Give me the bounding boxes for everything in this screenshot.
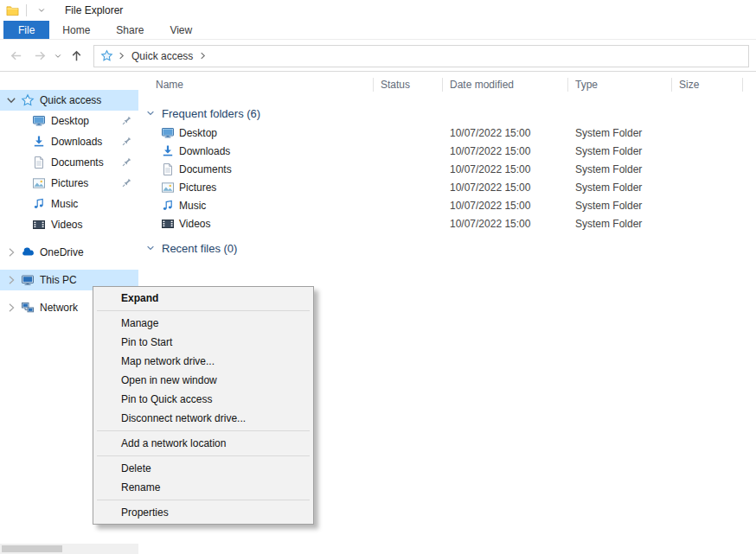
menu-item-add-a-network-location[interactable]: Add a network location xyxy=(95,434,311,453)
file-date-modified-cell: 10/07/2022 15:00 xyxy=(443,145,568,157)
menu-separator xyxy=(97,455,310,456)
video-icon xyxy=(161,217,175,231)
pin-icon xyxy=(121,115,132,126)
file-date-modified-cell: 10/07/2022 15:00 xyxy=(443,127,568,139)
column-header-type[interactable]: Type xyxy=(568,72,672,98)
file-name: Music xyxy=(179,200,206,212)
file-name-cell: Documents xyxy=(149,162,374,176)
menu-item-properties[interactable]: Properties xyxy=(95,503,311,522)
forward-button[interactable] xyxy=(28,44,52,68)
file-date-modified-cell: 10/07/2022 15:00 xyxy=(443,181,568,194)
chevron-down-icon[interactable] xyxy=(4,93,18,107)
music-icon xyxy=(161,199,175,213)
breadcrumb-chevron-icon[interactable] xyxy=(118,50,125,61)
sidebar-item-label: Music xyxy=(51,198,78,210)
file-row-documents[interactable]: Documents10/07/2022 15:00System Folder xyxy=(138,160,756,178)
ribbon-tab-file[interactable]: File xyxy=(3,21,49,39)
menu-item-pin-to-quick-access[interactable]: Pin to Quick access xyxy=(95,390,311,409)
chevron-down-icon xyxy=(145,243,156,253)
file-name: Desktop xyxy=(179,127,217,139)
sidebar-item-videos[interactable]: Videos xyxy=(0,214,138,235)
menu-item-delete[interactable]: Delete xyxy=(95,459,311,478)
column-header-size[interactable]: Size xyxy=(672,72,743,98)
column-header-status[interactable]: Status xyxy=(374,72,443,98)
menu-item-rename[interactable]: Rename xyxy=(95,478,311,497)
sidebar-item-label: Desktop xyxy=(51,115,89,127)
network-icon xyxy=(21,301,35,315)
menu-item-open-in-new-window[interactable]: Open in new window xyxy=(95,371,311,390)
sidebar-scrollbar[interactable] xyxy=(0,544,138,554)
file-date-modified-cell: 10/07/2022 15:00 xyxy=(443,163,568,175)
ribbon-tab-home[interactable]: Home xyxy=(49,21,103,39)
sidebar-item-music[interactable]: Music xyxy=(0,194,138,214)
chevron-right-icon[interactable] xyxy=(4,273,18,287)
sidebar-item-documents[interactable]: Documents xyxy=(0,152,138,173)
chevron-down-icon xyxy=(54,52,62,60)
quick-access-toolbar-chevron-down-icon[interactable] xyxy=(37,6,46,15)
sidebar-item-label: Videos xyxy=(51,219,82,231)
file-name-cell: Pictures xyxy=(149,181,374,194)
star-icon xyxy=(21,93,35,107)
group-header-frequent-folders-6[interactable]: Frequent folders (6) xyxy=(138,103,756,124)
sidebar-item-label: Downloads xyxy=(51,136,102,148)
breadcrumb-quick-access[interactable]: Quick access xyxy=(130,48,195,64)
computer-icon xyxy=(21,273,35,287)
sidebar-item-label: Quick access xyxy=(40,94,101,106)
up-arrow-icon xyxy=(69,48,84,63)
document-icon xyxy=(32,156,46,169)
sidebar-item-onedrive[interactable]: OneDrive xyxy=(0,242,138,263)
file-date-modified-cell: 10/07/2022 15:00 xyxy=(443,200,568,212)
file-type-cell: System Folder xyxy=(568,145,672,157)
ribbon-tab-view[interactable]: View xyxy=(157,21,205,39)
file-name-cell: Downloads xyxy=(149,144,374,158)
file-row-music[interactable]: Music10/07/2022 15:00System Folder xyxy=(138,196,756,214)
quick-access-star-icon xyxy=(100,49,113,62)
file-type-cell: System Folder xyxy=(568,127,672,139)
sidebar-item-downloads[interactable]: Downloads xyxy=(0,131,138,152)
file-name-cell: Music xyxy=(149,199,374,213)
up-button[interactable] xyxy=(64,44,88,68)
sidebar-item-desktop[interactable]: Desktop xyxy=(0,111,138,131)
menu-item-disconnect-network-drive[interactable]: Disconnect network drive... xyxy=(95,409,311,428)
chevron-right-icon[interactable] xyxy=(4,301,18,315)
music-icon xyxy=(32,197,46,211)
group-header-recent-files-0[interactable]: Recent files (0) xyxy=(138,238,756,258)
picture-icon xyxy=(161,181,175,194)
recent-locations-button[interactable] xyxy=(52,44,64,68)
pin-icon xyxy=(121,136,132,147)
sidebar-scrollbar-thumb[interactable] xyxy=(2,545,62,552)
pin-icon xyxy=(121,177,132,188)
menu-separator xyxy=(97,430,310,431)
desktop-icon xyxy=(161,126,175,140)
menu-separator xyxy=(97,500,310,500)
file-name: Pictures xyxy=(179,181,216,194)
file-row-desktop[interactable]: Desktop10/07/2022 15:00System Folder xyxy=(138,124,756,142)
column-header-name[interactable]: Name xyxy=(149,72,374,98)
document-icon xyxy=(161,162,175,176)
address-bar[interactable]: Quick access xyxy=(93,45,749,67)
back-button[interactable] xyxy=(3,44,28,68)
file-row-videos[interactable]: Videos10/07/2022 15:00System Folder xyxy=(138,214,756,232)
chevron-right-icon[interactable] xyxy=(4,245,18,259)
file-name: Documents xyxy=(179,163,232,175)
menu-item-manage[interactable]: Manage xyxy=(95,314,311,333)
file-row-downloads[interactable]: Downloads10/07/2022 15:00System Folder xyxy=(138,142,756,160)
file-row-pictures[interactable]: Pictures10/07/2022 15:00System Folder xyxy=(138,178,756,196)
picture-icon xyxy=(32,176,46,190)
window-title: File Explorer xyxy=(65,4,123,16)
menu-item-pin-to-start[interactable]: Pin to Start xyxy=(95,333,311,352)
navigation-bar: Quick access xyxy=(0,41,756,72)
app-folder-icon xyxy=(6,4,19,17)
forward-arrow-icon xyxy=(33,48,48,63)
sidebar-item-pictures[interactable]: Pictures xyxy=(0,173,138,194)
sidebar-item-label: Network xyxy=(40,302,78,314)
menu-item-expand[interactable]: Expand xyxy=(95,289,311,308)
file-type-cell: System Folder xyxy=(568,181,672,194)
breadcrumb-chevron-icon[interactable] xyxy=(199,50,207,61)
column-header-date-modified[interactable]: Date modified xyxy=(443,72,568,98)
group-header-label: Frequent folders (6) xyxy=(162,107,260,120)
menu-item-map-network-drive[interactable]: Map network drive... xyxy=(95,352,311,371)
file-type-cell: System Folder xyxy=(568,200,672,212)
ribbon-tab-share[interactable]: Share xyxy=(103,21,157,39)
sidebar-item-quick-access[interactable]: Quick access xyxy=(0,90,138,111)
